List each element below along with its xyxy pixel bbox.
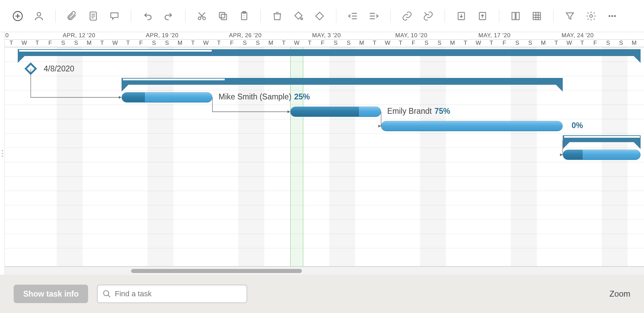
toolbar bbox=[0, 0, 644, 32]
add-icon[interactable] bbox=[11, 9, 25, 23]
svg-point-41 bbox=[608, 15, 610, 17]
panel-resize-handle[interactable] bbox=[0, 32, 5, 275]
cut-icon[interactable] bbox=[195, 9, 209, 23]
search-icon bbox=[102, 289, 111, 298]
day-cell: M bbox=[537, 40, 550, 47]
link-icon[interactable] bbox=[400, 9, 414, 23]
day-cell: T bbox=[277, 40, 290, 47]
download-icon[interactable] bbox=[454, 9, 468, 23]
undo-icon[interactable] bbox=[141, 9, 154, 23]
svg-line-28 bbox=[424, 12, 426, 14]
grid-icon[interactable] bbox=[530, 9, 544, 23]
week-label: MAY, 10 '20 bbox=[395, 32, 478, 39]
milestone[interactable] bbox=[25, 63, 37, 75]
horizontal-scrollbar[interactable] bbox=[5, 267, 644, 275]
day-cell: S bbox=[57, 40, 70, 47]
comment-icon[interactable] bbox=[108, 9, 121, 23]
copy-icon[interactable] bbox=[216, 9, 230, 23]
paste-icon[interactable] bbox=[237, 9, 251, 23]
day-cell: S bbox=[160, 40, 173, 47]
day-cell: S bbox=[148, 40, 160, 47]
attach-icon[interactable] bbox=[65, 9, 79, 23]
day-cell: S bbox=[238, 40, 251, 47]
day-cell: F bbox=[407, 40, 420, 47]
day-cell: T bbox=[576, 40, 589, 47]
day-cell: F bbox=[44, 40, 57, 47]
outdent-icon[interactable] bbox=[346, 9, 360, 23]
delete-icon[interactable] bbox=[270, 9, 284, 23]
footer-bar: Show task info Zoom bbox=[0, 275, 644, 313]
note-icon[interactable] bbox=[86, 9, 100, 23]
show-task-info-button[interactable]: Show task info bbox=[14, 285, 88, 303]
week-label: APR, 19 '20 bbox=[145, 32, 228, 39]
day-cell: T bbox=[122, 40, 135, 47]
day-cell: W bbox=[18, 40, 31, 47]
fill-icon[interactable] bbox=[292, 9, 305, 23]
task-label: 0% bbox=[569, 121, 583, 130]
day-cell: T bbox=[186, 40, 199, 47]
upload-icon[interactable] bbox=[476, 9, 489, 23]
day-cell: T bbox=[485, 40, 498, 47]
zoom-label: Zoom bbox=[610, 289, 630, 299]
find-task-input[interactable] bbox=[115, 289, 242, 298]
svg-point-43 bbox=[614, 15, 616, 17]
day-cell: W bbox=[109, 40, 122, 47]
summary-bar[interactable] bbox=[18, 49, 641, 56]
day-cell: S bbox=[251, 40, 264, 47]
day-cell: M bbox=[83, 40, 96, 47]
day-cell: T bbox=[31, 40, 44, 47]
day-cell: F bbox=[135, 40, 148, 47]
summary-bar[interactable] bbox=[563, 135, 641, 142]
day-cell: S bbox=[602, 40, 615, 47]
task-bar[interactable] bbox=[381, 121, 563, 131]
redo-icon[interactable] bbox=[162, 9, 176, 23]
week-label: MAY, 3 '20 bbox=[311, 32, 395, 39]
assign-icon[interactable] bbox=[32, 9, 46, 23]
week-label: MAY, 24 '20 bbox=[561, 32, 644, 39]
task-bar[interactable] bbox=[122, 92, 212, 103]
day-cell: T bbox=[550, 40, 563, 47]
summary-bar[interactable] bbox=[122, 78, 563, 85]
week-label: MAY, 17 '20 bbox=[478, 32, 561, 39]
day-cell: S bbox=[329, 40, 342, 47]
task-label: Emily Brandt75% bbox=[387, 107, 450, 116]
scrollbar-thumb[interactable] bbox=[131, 269, 302, 273]
settings-icon[interactable] bbox=[584, 9, 598, 23]
columns-icon[interactable] bbox=[509, 9, 522, 23]
svg-rect-34 bbox=[516, 12, 519, 19]
day-cell: S bbox=[70, 40, 83, 47]
day-cell: F bbox=[225, 40, 238, 47]
day-cell: T bbox=[641, 40, 644, 47]
day-cell: T bbox=[394, 40, 407, 47]
svg-rect-35 bbox=[533, 12, 540, 19]
week-label: APR, 12 '20 bbox=[62, 32, 145, 39]
day-cell: M bbox=[628, 40, 641, 47]
find-task-search[interactable] bbox=[97, 285, 247, 303]
task-bar[interactable] bbox=[563, 150, 641, 160]
day-cell: S bbox=[615, 40, 628, 47]
day-cell: W bbox=[472, 40, 485, 47]
task-bar[interactable] bbox=[290, 107, 381, 117]
unlink-icon[interactable] bbox=[421, 9, 435, 23]
day-cell: M bbox=[173, 40, 186, 47]
day-cell: T bbox=[303, 40, 316, 47]
svg-rect-33 bbox=[512, 12, 515, 19]
svg-marker-45 bbox=[288, 110, 290, 113]
indent-icon[interactable] bbox=[367, 9, 381, 23]
svg-rect-13 bbox=[219, 12, 225, 18]
day-cell: S bbox=[420, 40, 433, 47]
day-cell: M bbox=[446, 40, 459, 47]
gantt-chart[interactable]: 4/8/2020Mike Smith (Sample)25%Emily Bran… bbox=[5, 47, 644, 267]
day-cell: S bbox=[511, 40, 524, 47]
day-cell: T bbox=[5, 40, 18, 47]
milestone-label: 4/8/2020 bbox=[44, 64, 74, 73]
day-cell: W bbox=[381, 40, 394, 47]
svg-rect-21 bbox=[316, 12, 324, 20]
day-cell: T bbox=[368, 40, 381, 47]
filter-icon[interactable] bbox=[563, 9, 577, 23]
diamond-icon[interactable] bbox=[313, 9, 326, 23]
day-cell: T bbox=[96, 40, 109, 47]
more-icon[interactable] bbox=[605, 9, 619, 23]
day-cell: T bbox=[212, 40, 225, 47]
day-cell: S bbox=[342, 40, 355, 47]
